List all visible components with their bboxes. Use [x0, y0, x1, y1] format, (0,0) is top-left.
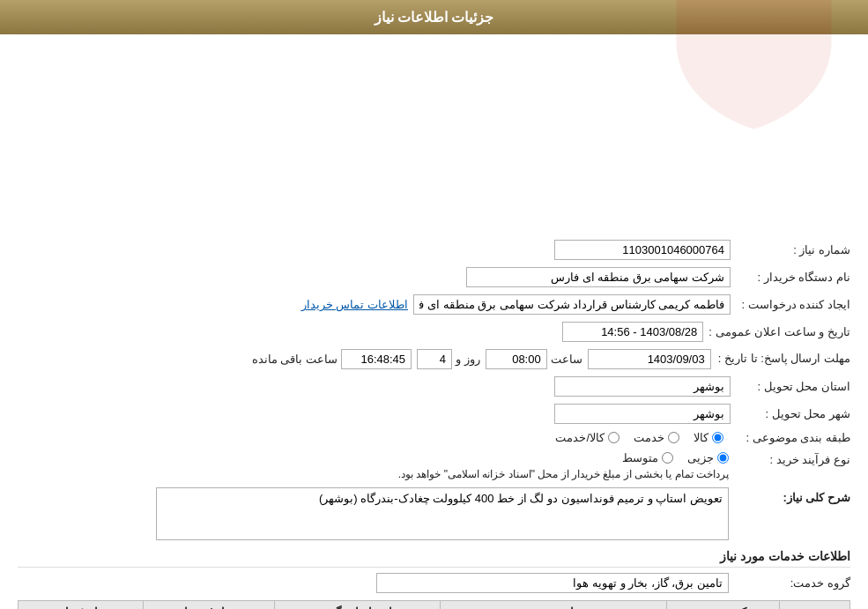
province-label: استان محل تحویل : — [736, 380, 850, 393]
col-header-unit: واحد اندازه گیری — [275, 601, 441, 610]
purchase-options: جزیی متوسط پرداخت تمام یا بخشی از مبلغ خ… — [398, 451, 729, 480]
announce-row: تاریخ و ساعت اعلان عمومی : — [18, 322, 850, 342]
deadline-days-label: روز و — [456, 353, 480, 366]
col-header-name: نام خدمت — [440, 601, 666, 610]
province-row: استان محل تحویل : — [18, 376, 850, 397]
purchase-option-partial[interactable]: جزیی — [687, 451, 729, 464]
category-option-both[interactable]: کالا/خدمت — [555, 431, 619, 444]
category-option-goods[interactable]: کالا — [694, 431, 723, 444]
service-group-label: گروه خدمت: — [736, 576, 850, 590]
buyer-org-input[interactable] — [466, 267, 731, 287]
services-header: اطلاعات خدمات مورد نیاز — [18, 549, 850, 568]
need-number-label: شماره نیاز : — [736, 243, 850, 256]
city-label: شهر محل تحویل : — [736, 407, 850, 420]
need-number-row: شماره نیاز : — [18, 240, 850, 260]
purchase-option-medium[interactable]: متوسط — [622, 451, 673, 464]
creator-input[interactable] — [413, 294, 731, 315]
services-table-container: ردیف کد خدمت نام خدمت واحد اندازه گیری ت… — [18, 600, 850, 609]
deadline-remaining-input[interactable] — [341, 349, 412, 369]
category-label-both: کالا/خدمت — [555, 431, 605, 444]
deadline-remaining-label: ساعت باقی مانده — [252, 353, 338, 366]
category-option-service[interactable]: خدمت — [634, 431, 679, 444]
deadline-time-label: ساعت — [551, 353, 582, 366]
page-header: جزئیات اطلاعات نیاز — [0, 0, 868, 34]
announce-date-input[interactable] — [562, 322, 703, 342]
service-group-row: گروه خدمت: — [18, 573, 850, 593]
col-header-qty: تعداد / مقدار — [144, 601, 275, 610]
col-header-date: تاریخ نیاز — [19, 601, 144, 610]
purchase-type-label: نوع فرآیند خرید : — [736, 451, 850, 466]
description-section: شرح کلی نیاز: تعویض استاپ و ترمیم فونداس… — [18, 487, 850, 540]
city-input[interactable] — [554, 404, 731, 424]
category-row: طبقه بندی موضوعی : کالا خدمت کالا/خدمت — [18, 431, 850, 444]
need-number-input[interactable] — [554, 240, 731, 260]
purchase-radio-partial[interactable] — [717, 452, 729, 464]
table-header-row: ردیف کد خدمت نام خدمت واحد اندازه گیری ت… — [19, 601, 850, 610]
col-header-row: ردیف — [780, 601, 850, 610]
contact-link[interactable]: اطلاعات تماس خریدار — [301, 298, 408, 311]
province-input[interactable] — [554, 376, 731, 397]
category-radio-both[interactable] — [608, 432, 619, 443]
purchase-label-medium: متوسط — [622, 451, 658, 464]
service-group-input[interactable] — [376, 573, 729, 593]
category-radio-service[interactable] — [668, 432, 679, 443]
category-label-goods: کالا — [694, 431, 708, 444]
deadline-days-input[interactable] — [417, 349, 452, 369]
services-table: ردیف کد خدمت نام خدمت واحد اندازه گیری ت… — [18, 600, 850, 609]
buyer-org-label: نام دستگاه خریدار : — [736, 271, 850, 284]
deadline-date-input[interactable] — [588, 349, 711, 369]
buyer-org-row: نام دستگاه خریدار : — [18, 267, 850, 287]
announce-label: تاریخ و ساعت اعلان عمومی : — [708, 325, 850, 338]
deadline-row: مهلت ارسال پاسخ: تا تاریخ : ساعت روز و س… — [18, 349, 850, 369]
category-radio-goods[interactable] — [712, 432, 723, 443]
page-title: جزئیات اطلاعات نیاز — [375, 10, 494, 25]
description-label: شرح کلی نیاز: — [736, 487, 850, 504]
deadline-label: مهلت ارسال پاسخ: تا تاریخ : — [718, 351, 850, 367]
purchase-label-partial: جزیی — [687, 451, 714, 464]
category-options: کالا خدمت کالا/خدمت — [555, 431, 723, 444]
creator-row: ایجاد کننده درخواست : اطلاعات تماس خریدا… — [18, 294, 850, 315]
services-section: اطلاعات خدمات مورد نیاز گروه خدمت: ردیف … — [18, 549, 850, 609]
purchase-radio-medium[interactable] — [662, 452, 673, 464]
city-row: شهر محل تحویل : — [18, 404, 850, 424]
purchase-type-row: نوع فرآیند خرید : جزیی متوسط پرداخت تمام… — [18, 451, 850, 480]
description-textarea[interactable]: تعویض استاپ و ترمیم فونداسیون دو لگ از خ… — [156, 487, 729, 540]
category-label: طبقه بندی موضوعی : — [736, 431, 850, 444]
purchase-note: پرداخت تمام یا بخشی از مبلغ خریدار از مح… — [398, 468, 729, 480]
creator-label: ایجاد کننده درخواست : — [736, 298, 850, 311]
col-header-code: کد خدمت — [667, 601, 780, 610]
deadline-time-input[interactable] — [486, 349, 547, 369]
category-label-service: خدمت — [634, 431, 664, 444]
